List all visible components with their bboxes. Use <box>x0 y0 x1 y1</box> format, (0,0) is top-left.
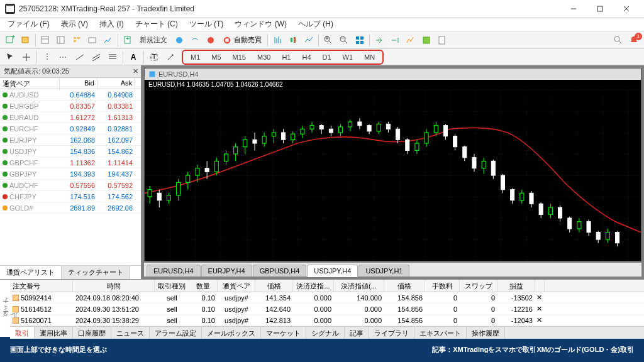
chart-tab-2[interactable]: GBPUSD,H4 <box>253 265 307 277</box>
col-price[interactable]: 価格 <box>255 280 293 292</box>
expert-advisors-button[interactable] <box>203 33 218 47</box>
menu-tools[interactable]: ツール (T) <box>184 17 229 31</box>
chart-canvas[interactable] <box>145 90 641 261</box>
tile-windows-button[interactable] <box>352 33 367 47</box>
menu-file[interactable]: ファイル (F) <box>3 17 55 31</box>
col-ask[interactable]: Ask <box>97 78 135 90</box>
col-sl[interactable]: 決済逆指... <box>293 280 334 292</box>
col-tp[interactable]: 決済指値(... <box>334 280 384 292</box>
close-button[interactable] <box>614 1 639 16</box>
trendline-button[interactable] <box>72 50 87 64</box>
cursor-button[interactable] <box>3 50 18 64</box>
market-watch-row[interactable]: EURJPY162.068162.097 <box>0 134 141 146</box>
chart-tab-1[interactable]: EURJPY,H4 <box>201 265 252 277</box>
terminal-tab[interactable]: メールボックス <box>202 327 261 339</box>
vertical-line-button[interactable] <box>40 50 55 64</box>
navigator-button[interactable] <box>69 33 84 47</box>
col-vol[interactable]: 数量 <box>189 280 218 292</box>
tf-h4[interactable]: H4 <box>297 52 316 63</box>
col-bid[interactable]: Bid <box>60 78 97 90</box>
crosshair-button[interactable] <box>19 50 34 64</box>
market-watch-row[interactable]: GOLD#2691.892692.06 <box>0 202 141 214</box>
terminal-tab[interactable]: 運用比率 <box>35 327 73 339</box>
tf-m5[interactable]: M5 <box>206 52 226 63</box>
minimize-button[interactable] <box>561 1 586 16</box>
channel-button[interactable] <box>89 50 104 64</box>
terminal-tab[interactable]: シグナル <box>306 327 345 339</box>
data-window-button[interactable] <box>53 33 69 47</box>
market-watch-button[interactable] <box>38 33 53 47</box>
menu-chart[interactable]: チャート (C) <box>130 17 183 31</box>
tf-w1[interactable]: W1 <box>338 52 358 63</box>
chart-tab-4[interactable]: USDJPY,H1 <box>358 265 409 277</box>
notifications-button[interactable]: 1 <box>626 33 641 47</box>
tf-d1[interactable]: D1 <box>318 52 336 63</box>
fibonacci-button[interactable] <box>105 50 120 64</box>
order-row[interactable]: 509924142024.09.18 08:20:40sell0.10usdjp… <box>10 292 644 304</box>
terminal-tab[interactable]: ライブラリ <box>369 327 414 339</box>
tf-m15[interactable]: M15 <box>228 52 251 63</box>
menu-view[interactable]: 表示 (V) <box>56 17 93 31</box>
terminal-tab[interactable]: 取引 <box>10 327 35 339</box>
new-chart-button[interactable]: + <box>3 33 18 47</box>
indicators-button[interactable] <box>403 33 418 47</box>
zoom-in-button[interactable]: + <box>321 33 336 47</box>
signals-button[interactable] <box>187 33 203 47</box>
search-button[interactable] <box>611 33 626 47</box>
profiles-button[interactable] <box>18 33 33 47</box>
market-watch-row[interactable]: EURGBP0.833570.83381 <box>0 101 141 112</box>
strategy-tester-button[interactable] <box>101 33 116 47</box>
templates-button[interactable] <box>435 33 450 47</box>
market-watch-row[interactable]: USDJPY154.836154.862 <box>0 146 141 157</box>
terminal-tab[interactable]: ニュース <box>111 327 150 339</box>
col-pair[interactable]: 通貨ペア <box>218 280 255 292</box>
text-label-button[interactable]: T <box>147 50 162 64</box>
market-watch-row[interactable]: AUDUSD0.648840.64908 <box>0 89 141 101</box>
col-comm[interactable]: 手数料 <box>425 280 460 292</box>
terminal-button[interactable] <box>85 33 100 47</box>
tf-m30[interactable]: M30 <box>252 52 275 63</box>
market-watch-row[interactable]: EURCHF0.928490.92881 <box>0 123 141 134</box>
terminal-tab[interactable]: マーケット <box>261 327 306 339</box>
chart-tab-0[interactable]: EURUSD,H4 <box>147 265 201 277</box>
chart-shift-button[interactable] <box>387 33 402 47</box>
terminal-tab[interactable]: エキスパート <box>414 327 467 339</box>
auto-trading-button[interactable]: 自動売買 <box>219 34 265 46</box>
market-watch-row[interactable]: EURAUD1.612721.61313 <box>0 112 141 123</box>
periods-button[interactable] <box>419 33 434 47</box>
close-icon[interactable]: ✕ <box>133 67 138 75</box>
col-price2[interactable]: 価格 <box>384 280 425 292</box>
tf-m1[interactable]: M1 <box>186 52 205 63</box>
horizontal-line-button[interactable] <box>56 50 71 64</box>
chart-tab-3[interactable]: USDJPY,H4 <box>307 265 358 277</box>
terminal-tab[interactable]: 操作履歴 <box>467 327 505 339</box>
new-order-label[interactable]: 新規注文 <box>136 34 171 46</box>
tab-tick[interactable]: ティックチャート <box>62 266 130 279</box>
menu-help[interactable]: ヘルプ (H) <box>293 17 338 31</box>
menu-window[interactable]: ウィンドウ (W) <box>230 17 292 31</box>
market-watch-row[interactable]: CHFJPY174.516174.562 <box>0 191 141 202</box>
metaquotes-button[interactable] <box>172 33 187 47</box>
col-number[interactable]: 注文番号 <box>10 280 73 292</box>
tf-mn[interactable]: MN <box>359 52 380 63</box>
terminal-tab[interactable]: 記事 <box>345 327 369 339</box>
market-watch-row[interactable]: GBPCHF1.113621.11414 <box>0 157 141 168</box>
zoom-out-button[interactable]: − <box>336 33 352 47</box>
market-watch-row[interactable]: AUDCHF0.575560.57592 <box>0 180 141 191</box>
tab-pairs[interactable]: 通貨ペアリスト <box>0 266 62 279</box>
maximize-button[interactable] <box>587 1 613 16</box>
menu-insert[interactable]: 挿入 (I) <box>94 17 129 31</box>
arrows-button[interactable] <box>163 50 178 64</box>
text-button[interactable]: A <box>126 50 141 64</box>
order-row[interactable]: 516145122024.09.30 13:51:20sell0.10usdjp… <box>10 304 644 315</box>
line-chart-button[interactable] <box>301 33 316 47</box>
col-symbol[interactable]: 通貨ペア <box>0 78 60 90</box>
bar-chart-button[interactable] <box>270 33 285 47</box>
col-time[interactable]: 時間 <box>73 280 155 292</box>
order-row[interactable]: 516200712024.09.30 15:38:29sell0.10usdjp… <box>10 315 644 326</box>
tf-h1[interactable]: H1 <box>277 52 296 63</box>
terminal-tab[interactable]: アラーム設定 <box>150 327 202 339</box>
terminal-tab[interactable]: 口座履歴 <box>73 327 111 339</box>
col-swap[interactable]: スワップ <box>460 280 497 292</box>
auto-scroll-button[interactable] <box>372 33 387 47</box>
